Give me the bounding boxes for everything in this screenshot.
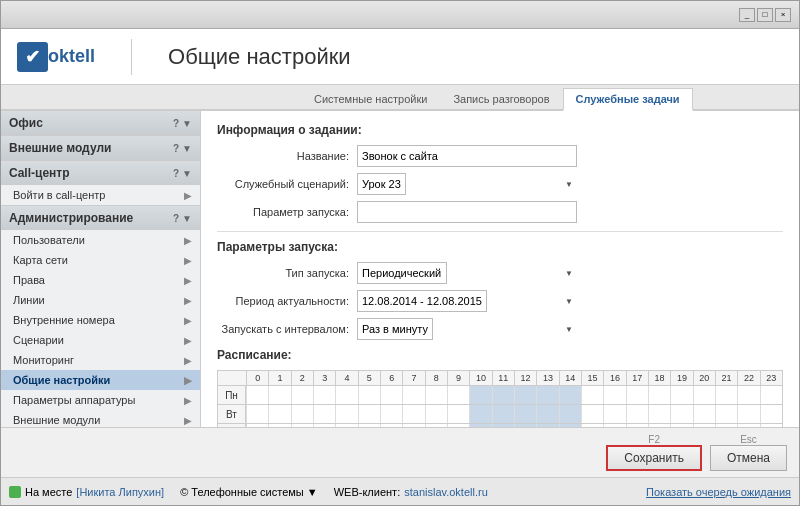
sidebar-item-monitoring[interactable]: Мониторинг ▶ — [1, 350, 200, 370]
sidebar-admin-label: Администрирование — [9, 211, 133, 225]
cell-0-10[interactable] — [469, 386, 491, 404]
tab-records[interactable]: Запись разговоров — [440, 88, 562, 109]
cell-1-9[interactable] — [447, 405, 469, 423]
name-input[interactable] — [357, 145, 577, 167]
cell-1-0[interactable] — [246, 405, 268, 423]
sidebar-item-scenarios[interactable]: Сценарии ▶ — [1, 330, 200, 350]
tab-system[interactable]: Системные настройки — [301, 88, 440, 109]
sidebar-item-ext-modules[interactable]: Внешние модули ▶ — [1, 410, 200, 427]
sidebar-item-users[interactable]: Пользователи ▶ — [1, 230, 200, 250]
cell-0-15[interactable] — [581, 386, 603, 404]
minimize-button[interactable]: _ — [739, 8, 755, 22]
cell-1-8[interactable] — [425, 405, 447, 423]
cell-1-19[interactable] — [670, 405, 692, 423]
cell-0-20[interactable] — [693, 386, 715, 404]
cell-0-1[interactable] — [268, 386, 290, 404]
sidebar-item-general[interactable]: Общие настройки ▶ — [1, 370, 200, 390]
save-button[interactable]: Сохранить — [606, 445, 702, 471]
cell-0-2[interactable] — [291, 386, 313, 404]
cell-1-17[interactable] — [626, 405, 648, 423]
h6: 6 — [380, 371, 402, 385]
logo: ✔ oktell — [17, 42, 95, 72]
cell-1-18[interactable] — [648, 405, 670, 423]
cell-0-7[interactable] — [402, 386, 424, 404]
cell-0-23[interactable] — [760, 386, 782, 404]
tab-service[interactable]: Служебные задачи — [563, 88, 693, 111]
restore-button[interactable]: □ — [757, 8, 773, 22]
interval-select[interactable]: Раз в минуту — [357, 318, 433, 340]
cell-1-3[interactable] — [313, 405, 335, 423]
param-input[interactable] — [357, 201, 577, 223]
cell-1-12[interactable] — [514, 405, 536, 423]
cell-0-12[interactable] — [514, 386, 536, 404]
cell-1-16[interactable] — [603, 405, 625, 423]
sidebar-item-enter-cc[interactable]: Войти в call-центр ▶ — [1, 185, 200, 205]
chevron-down-icon: ▼ — [182, 118, 192, 129]
cell-0-3[interactable] — [313, 386, 335, 404]
scenario-select-wrapper: Урок 23 — [357, 173, 577, 195]
cell-1-7[interactable] — [402, 405, 424, 423]
sidebar-section-admin: Администрирование ? ▼ Пользователи ▶ Кар… — [1, 206, 200, 427]
cell-1-4[interactable] — [335, 405, 357, 423]
cell-1-23[interactable] — [760, 405, 782, 423]
cell-1-2[interactable] — [291, 405, 313, 423]
sidebar-header-admin[interactable]: Администрирование ? ▼ — [1, 206, 200, 230]
cell-0-14[interactable] — [559, 386, 581, 404]
cell-0-13[interactable] — [536, 386, 558, 404]
cell-0-4[interactable] — [335, 386, 357, 404]
cell-0-6[interactable] — [380, 386, 402, 404]
h15: 15 — [581, 371, 603, 385]
sidebar-header-external[interactable]: Внешние модули ? ▼ — [1, 136, 200, 160]
cell-0-16[interactable] — [603, 386, 625, 404]
h0: 0 — [246, 371, 268, 385]
sidebar-item-network[interactable]: Карта сети ▶ — [1, 250, 200, 270]
sidebar-header-office[interactable]: Офис ? ▼ — [1, 111, 200, 135]
cell-1-21[interactable] — [715, 405, 737, 423]
cell-0-5[interactable] — [358, 386, 380, 404]
cell-1-20[interactable] — [693, 405, 715, 423]
cancel-button[interactable]: Отмена — [710, 445, 787, 471]
sidebar-item-lines[interactable]: Линии ▶ — [1, 290, 200, 310]
sidebar-item-internal[interactable]: Внутренние номера ▶ — [1, 310, 200, 330]
sidebar-admin-icons: ? ▼ — [173, 213, 192, 224]
cell-0-8[interactable] — [425, 386, 447, 404]
cell-0-21[interactable] — [715, 386, 737, 404]
cell-0-19[interactable] — [670, 386, 692, 404]
copyright-label[interactable]: © Телефонные системы ▼ — [180, 486, 318, 498]
logo-check: ✔ — [17, 42, 48, 72]
launch-type-select[interactable]: Периодический — [357, 262, 447, 284]
h21: 21 — [715, 371, 737, 385]
webclient-link[interactable]: stanislav.oktell.ru — [404, 486, 488, 498]
info-icon3: ? — [173, 168, 179, 179]
param-group: Параметр запуска: — [217, 201, 783, 223]
cell-1-15[interactable] — [581, 405, 603, 423]
cell-1-10[interactable] — [469, 405, 491, 423]
cell-1-11[interactable] — [492, 405, 514, 423]
sidebar-item-rights[interactable]: Права ▶ — [1, 270, 200, 290]
cell-0-0[interactable] — [246, 386, 268, 404]
cell-0-22[interactable] — [737, 386, 759, 404]
cell-1-6[interactable] — [380, 405, 402, 423]
sidebar-item-hardware[interactable]: Параметры аппаратуры ▶ — [1, 390, 200, 410]
queue-label[interactable]: Показать очередь ожидания — [646, 486, 791, 498]
schedule-row-0: Пн — [218, 386, 782, 405]
cell-0-17[interactable] — [626, 386, 648, 404]
cell-1-5[interactable] — [358, 405, 380, 423]
schedule-cells-0 — [246, 386, 782, 404]
cell-1-13[interactable] — [536, 405, 558, 423]
cell-1-1[interactable] — [268, 405, 290, 423]
cell-0-11[interactable] — [492, 386, 514, 404]
scenario-select[interactable]: Урок 23 — [357, 173, 406, 195]
cell-0-9[interactable] — [447, 386, 469, 404]
action-area: F2 Сохранить Esc Отмена — [1, 427, 799, 477]
cell-1-22[interactable] — [737, 405, 759, 423]
close-button[interactable]: × — [775, 8, 791, 22]
sidebar-header-callcenter[interactable]: Call-центр ? ▼ — [1, 161, 200, 185]
period-select[interactable]: 12.08.2014 - 12.08.2015 — [357, 290, 487, 312]
h7: 7 — [402, 371, 424, 385]
cell-0-18[interactable] — [648, 386, 670, 404]
sidebar-external-icons: ? ▼ — [173, 143, 192, 154]
cell-1-14[interactable] — [559, 405, 581, 423]
h17: 17 — [626, 371, 648, 385]
schedule-day-col-header — [218, 371, 246, 385]
